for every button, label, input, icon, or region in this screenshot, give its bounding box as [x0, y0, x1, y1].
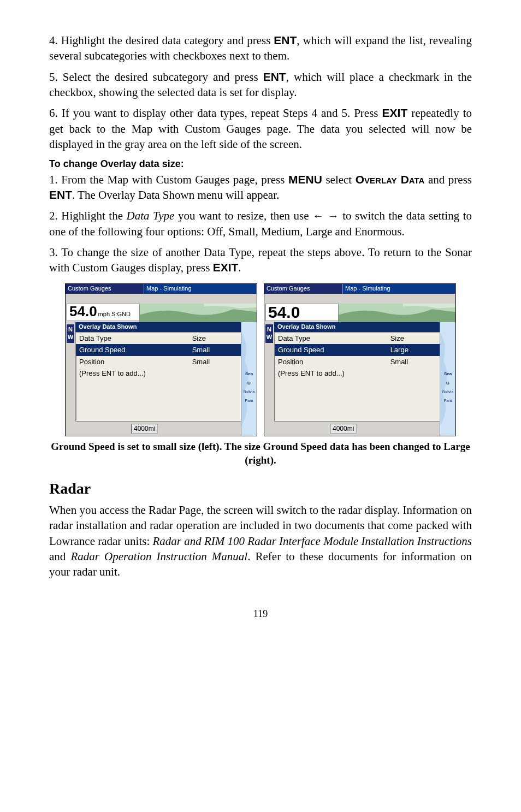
overlay-data-smallcaps: Overlay Data [356, 173, 425, 186]
overlay-step-2: 2. Highlight the Data Type you want to r… [49, 208, 472, 239]
map-label-b: B [241, 381, 257, 387]
map-label-para: Para [241, 398, 257, 403]
step6-text-a: 6. If you want to display other data typ… [49, 106, 382, 120]
position-label: Position [275, 356, 387, 368]
screenshot-right: Custom Gauges Map - Simulating 54.0 N W … [264, 283, 456, 436]
data-type-italic: Data Type [127, 209, 175, 222]
screenshot-caption: Ground Speed is set to small size (left)… [49, 440, 472, 467]
compass-letters: N W [67, 324, 74, 343]
position-size: Small [387, 356, 440, 368]
titlebar: Custom Gauges Map - Simulating [66, 284, 257, 294]
map-label-bolivia: Bolivia [440, 389, 455, 394]
step-4: 4. Highlight the desired data category a… [49, 33, 472, 64]
compass-letters: N W [265, 324, 273, 343]
overlay-data-shown-header: Overlay Data Shown [75, 322, 241, 332]
row-ground-speed[interactable]: Ground Speed Small [76, 344, 241, 356]
map-thumb [139, 304, 257, 322]
screenshot-row: Custom Gauges Map - Simulating 54.0 mph … [49, 283, 472, 436]
map-label-b: B [440, 381, 455, 387]
col-size: Size [189, 333, 241, 345]
col-size: Size [387, 333, 440, 345]
speed-value: 54.0 [69, 304, 97, 318]
overlay-panel: Data Type Size Ground Speed Large Positi… [274, 332, 440, 422]
row-ground-speed[interactable]: Ground Speed Large [275, 344, 440, 356]
press-ent-label: (Press ENT to add...) [76, 368, 241, 380]
map-label-para: Para [440, 398, 455, 403]
page-number: 119 [49, 607, 472, 620]
step4-text-a: 4. Highlight the desired data category a… [49, 34, 274, 47]
speed-readout: 54.0 mph S:GND [67, 304, 143, 321]
step-5: 5. Select the desired subcategory and pr… [49, 69, 472, 100]
ground-speed-label: Ground Speed [76, 344, 189, 356]
speed-readout: 54.0 [265, 304, 342, 321]
radar-body: When you access the Radar Page, the scre… [49, 502, 472, 580]
radar-heading: Radar [49, 478, 472, 499]
ground-speed-size: Large [387, 344, 440, 356]
col-data-type: Data Type [275, 333, 387, 345]
map-side-strip: Sea B Bolivia Para [241, 322, 257, 436]
exit-key: EXIT [382, 106, 408, 119]
ent-key: ENT [263, 70, 286, 83]
overlay-step-3: 3. To change the size of another Data Ty… [49, 245, 472, 276]
overlay-data-shown-header: Overlay Data Shown [274, 322, 440, 332]
step5-text-a: 5. Select the desired subcategory and pr… [49, 70, 263, 84]
titlebar: Custom Gauges Map - Simulating [264, 284, 455, 294]
position-label: Position [76, 356, 189, 368]
col-data-type: Data Type [76, 333, 189, 345]
arrow-keys: ← → [312, 209, 339, 222]
doc-ref-1: Radar and RIM 100 Radar Interface Module… [153, 535, 472, 548]
exit-key: EXIT [213, 261, 239, 274]
title-left-seg: Custom Gauges [66, 284, 144, 294]
row-press-ent[interactable]: (Press ENT to add...) [275, 368, 440, 380]
map-side-strip: Sea B Bolivia Para [440, 322, 455, 436]
overlay-table: Data Type Size Ground Speed Large Positi… [275, 333, 440, 380]
ent-key: ENT [274, 34, 297, 46]
speed-value: 54.0 [268, 304, 300, 321]
row-press-ent[interactable]: (Press ENT to add...) [76, 368, 241, 380]
doc-ref-2: Radar Operation Instruction Manual [70, 550, 247, 563]
map-label-sea: Sea [241, 371, 257, 377]
row-position[interactable]: Position Small [76, 356, 241, 368]
ground-speed-label: Ground Speed [275, 344, 387, 356]
overlay-table: Data Type Size Ground Speed Small Positi… [76, 333, 241, 380]
overlay-panel: Data Type Size Ground Speed Small Positi… [75, 332, 241, 422]
map-scale: 4000mi [330, 424, 357, 434]
map-scale: 4000mi [131, 424, 158, 434]
speed-unit: mph S:GND [98, 310, 131, 318]
screenshot-left: Custom Gauges Map - Simulating 54.0 mph … [65, 283, 257, 436]
step-6: 6. If you want to display other data typ… [49, 105, 472, 152]
menu-key: MENU [288, 173, 322, 186]
overlay-size-heading: To change Overlay data size: [49, 157, 472, 170]
ent-key: ENT [49, 188, 72, 201]
position-size: Small [189, 356, 241, 368]
ground-speed-size: Small [189, 344, 241, 356]
title-right-seg: Map - Simulating [343, 284, 455, 294]
title-left-seg: Custom Gauges [264, 284, 343, 294]
overlay-step-1: 1. From the Map with Custom Gauges page,… [49, 172, 472, 203]
row-position[interactable]: Position Small [275, 356, 440, 368]
press-ent-label: (Press ENT to add...) [275, 368, 440, 380]
title-right-seg: Map - Simulating [144, 284, 257, 294]
map-thumb [338, 304, 455, 322]
map-label-bolivia: Bolivia [241, 389, 257, 394]
map-label-sea: Sea [440, 371, 455, 377]
